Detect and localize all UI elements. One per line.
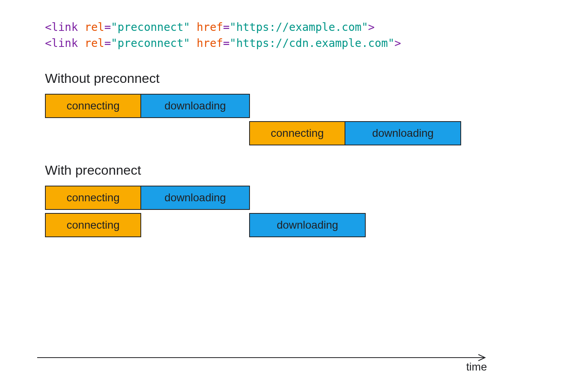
heading-with-preconnect: With preconnect	[45, 163, 537, 178]
code-token: "preconnect"	[111, 37, 190, 50]
code-token: >	[394, 37, 401, 50]
code-token: >	[368, 21, 375, 34]
code-token: href	[197, 37, 223, 50]
timeline-row: connecting downloading	[45, 121, 462, 147]
code-token: rel	[84, 21, 104, 34]
code-token: rel	[84, 37, 104, 50]
code-token: "https://cdn.example.com"	[230, 37, 394, 50]
bar-connecting: connecting	[249, 121, 345, 145]
bar-label: connecting	[66, 219, 119, 231]
code-token: "preconnect"	[111, 21, 190, 34]
bar-downloading: downloading	[140, 186, 250, 210]
bar-downloading: downloading	[345, 121, 461, 145]
bar-label: connecting	[66, 100, 119, 112]
code-line-1: <link rel="preconnect" href="https://exa…	[45, 20, 537, 36]
code-token: =	[104, 37, 111, 50]
timeline-row: connecting downloading	[45, 94, 462, 120]
bar-downloading: downloading	[140, 94, 250, 118]
code-token: <link	[45, 21, 78, 34]
timeline-with: connecting downloading connecting downlo…	[45, 186, 462, 239]
bar-connecting: connecting	[45, 213, 141, 237]
axis-label: time	[466, 361, 487, 373]
timeline-without: connecting downloading connecting downlo…	[45, 94, 462, 147]
timeline-row: connecting downloading	[45, 213, 462, 239]
bar-label: downloading	[164, 100, 226, 112]
bar-label: downloading	[164, 192, 226, 204]
code-token: =	[223, 37, 230, 50]
code-token: href	[197, 21, 223, 34]
bar-label: downloading	[372, 127, 433, 140]
code-token: =	[104, 21, 111, 34]
bar-label: downloading	[277, 219, 338, 231]
bar-connecting: connecting	[45, 186, 141, 210]
code-token: =	[223, 21, 230, 34]
code-token: "https://example.com"	[230, 21, 368, 34]
arrow-right-icon	[37, 354, 491, 363]
code-line-2: <link rel="preconnect" href="https://cdn…	[45, 36, 537, 52]
bar-label: connecting	[66, 192, 119, 204]
code-snippet: <link rel="preconnect" href="https://exa…	[45, 20, 537, 51]
code-token: <link	[45, 37, 78, 50]
heading-without-preconnect: Without preconnect	[45, 71, 537, 86]
time-axis: time	[37, 354, 491, 365]
bar-label: connecting	[271, 127, 323, 140]
timeline-row: connecting downloading	[45, 186, 462, 211]
bar-downloading: downloading	[249, 213, 366, 237]
bar-connecting: connecting	[45, 94, 141, 118]
